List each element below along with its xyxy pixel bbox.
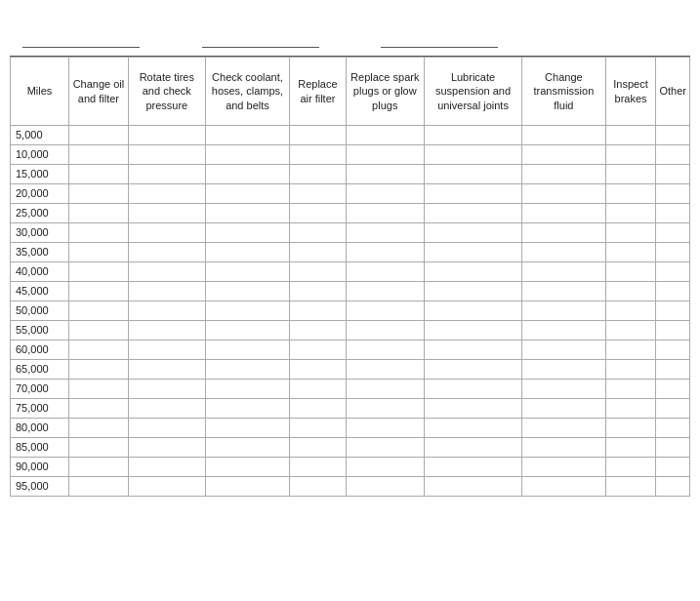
- data-cell-check_coolant[interactable]: [205, 438, 289, 458]
- data-cell-other[interactable]: [656, 262, 690, 282]
- data-cell-change_oil[interactable]: [69, 438, 129, 458]
- data-cell-lubricate[interactable]: [424, 262, 521, 282]
- data-cell-lubricate[interactable]: [424, 419, 521, 438]
- data-cell-other[interactable]: [656, 301, 690, 321]
- data-cell-change_oil[interactable]: [69, 399, 129, 419]
- data-cell-change_trans[interactable]: [522, 165, 606, 184]
- data-cell-replace_spark[interactable]: [346, 360, 424, 380]
- data-cell-inspect_brakes[interactable]: [605, 438, 656, 458]
- data-cell-replace_spark[interactable]: [346, 223, 424, 243]
- data-cell-replace_air[interactable]: [290, 165, 346, 184]
- data-cell-replace_spark[interactable]: [346, 243, 424, 262]
- data-cell-change_trans[interactable]: [522, 126, 606, 145]
- data-cell-replace_air[interactable]: [290, 438, 346, 458]
- data-cell-check_coolant[interactable]: [205, 145, 289, 165]
- data-cell-other[interactable]: [656, 243, 690, 262]
- data-cell-change_oil[interactable]: [69, 360, 129, 380]
- data-cell-replace_air[interactable]: [290, 126, 346, 145]
- data-cell-rotate_tires[interactable]: [128, 243, 205, 262]
- data-cell-inspect_brakes[interactable]: [605, 458, 656, 477]
- data-cell-change_trans[interactable]: [522, 184, 606, 204]
- data-cell-replace_spark[interactable]: [346, 184, 424, 204]
- data-cell-replace_spark[interactable]: [346, 438, 424, 458]
- data-cell-replace_spark[interactable]: [346, 341, 424, 360]
- data-cell-replace_air[interactable]: [290, 380, 346, 399]
- data-cell-replace_air[interactable]: [290, 419, 346, 438]
- data-cell-replace_spark[interactable]: [346, 301, 424, 321]
- data-cell-lubricate[interactable]: [424, 126, 521, 145]
- data-cell-check_coolant[interactable]: [205, 165, 289, 184]
- data-cell-inspect_brakes[interactable]: [605, 184, 656, 204]
- data-cell-lubricate[interactable]: [424, 223, 521, 243]
- data-cell-other[interactable]: [656, 145, 690, 165]
- data-cell-other[interactable]: [656, 184, 690, 204]
- data-cell-inspect_brakes[interactable]: [605, 243, 656, 262]
- data-cell-inspect_brakes[interactable]: [605, 341, 656, 360]
- data-cell-lubricate[interactable]: [424, 301, 521, 321]
- data-cell-change_oil[interactable]: [69, 419, 129, 438]
- data-cell-rotate_tires[interactable]: [128, 184, 205, 204]
- data-cell-other[interactable]: [656, 204, 690, 223]
- data-cell-other[interactable]: [656, 223, 690, 243]
- data-cell-rotate_tires[interactable]: [128, 438, 205, 458]
- data-cell-check_coolant[interactable]: [205, 243, 289, 262]
- data-cell-lubricate[interactable]: [424, 282, 521, 301]
- data-cell-replace_air[interactable]: [290, 243, 346, 262]
- data-cell-change_trans[interactable]: [522, 399, 606, 419]
- data-cell-check_coolant[interactable]: [205, 321, 289, 341]
- data-cell-change_trans[interactable]: [522, 204, 606, 223]
- data-cell-lubricate[interactable]: [424, 341, 521, 360]
- data-cell-change_trans[interactable]: [522, 282, 606, 301]
- data-cell-replace_air[interactable]: [290, 262, 346, 282]
- data-cell-replace_air[interactable]: [290, 282, 346, 301]
- data-cell-change_oil[interactable]: [69, 243, 129, 262]
- data-cell-change_oil[interactable]: [69, 341, 129, 360]
- data-cell-check_coolant[interactable]: [205, 341, 289, 360]
- data-cell-rotate_tires[interactable]: [128, 419, 205, 438]
- data-cell-rotate_tires[interactable]: [128, 126, 205, 145]
- data-cell-rotate_tires[interactable]: [128, 399, 205, 419]
- data-cell-check_coolant[interactable]: [205, 399, 289, 419]
- data-cell-check_coolant[interactable]: [205, 458, 289, 477]
- data-cell-inspect_brakes[interactable]: [605, 360, 656, 380]
- data-cell-lubricate[interactable]: [424, 204, 521, 223]
- data-cell-check_coolant[interactable]: [205, 380, 289, 399]
- data-cell-check_coolant[interactable]: [205, 419, 289, 438]
- data-cell-change_oil[interactable]: [69, 262, 129, 282]
- data-cell-change_oil[interactable]: [69, 477, 129, 497]
- data-cell-lubricate[interactable]: [424, 145, 521, 165]
- data-cell-replace_air[interactable]: [290, 184, 346, 204]
- data-cell-change_oil[interactable]: [69, 380, 129, 399]
- data-cell-other[interactable]: [656, 360, 690, 380]
- data-cell-replace_spark[interactable]: [346, 204, 424, 223]
- data-cell-replace_air[interactable]: [290, 458, 346, 477]
- data-cell-replace_spark[interactable]: [346, 321, 424, 341]
- data-cell-other[interactable]: [656, 341, 690, 360]
- data-cell-replace_air[interactable]: [290, 223, 346, 243]
- data-cell-check_coolant[interactable]: [205, 262, 289, 282]
- data-cell-inspect_brakes[interactable]: [605, 204, 656, 223]
- data-cell-replace_air[interactable]: [290, 301, 346, 321]
- data-cell-inspect_brakes[interactable]: [605, 165, 656, 184]
- data-cell-inspect_brakes[interactable]: [605, 145, 656, 165]
- data-cell-rotate_tires[interactable]: [128, 262, 205, 282]
- data-cell-rotate_tires[interactable]: [128, 282, 205, 301]
- data-cell-replace_spark[interactable]: [346, 477, 424, 497]
- data-cell-change_oil[interactable]: [69, 126, 129, 145]
- data-cell-change_trans[interactable]: [522, 419, 606, 438]
- data-cell-check_coolant[interactable]: [205, 126, 289, 145]
- data-cell-rotate_tires[interactable]: [128, 341, 205, 360]
- data-cell-check_coolant[interactable]: [205, 184, 289, 204]
- data-cell-change_trans[interactable]: [522, 262, 606, 282]
- data-cell-change_trans[interactable]: [522, 360, 606, 380]
- data-cell-other[interactable]: [656, 380, 690, 399]
- data-cell-rotate_tires[interactable]: [128, 360, 205, 380]
- data-cell-change_trans[interactable]: [522, 321, 606, 341]
- data-cell-other[interactable]: [656, 165, 690, 184]
- data-cell-change_trans[interactable]: [522, 145, 606, 165]
- data-cell-replace_air[interactable]: [290, 321, 346, 341]
- data-cell-lubricate[interactable]: [424, 184, 521, 204]
- data-cell-replace_spark[interactable]: [346, 380, 424, 399]
- data-cell-change_trans[interactable]: [522, 477, 606, 497]
- data-cell-inspect_brakes[interactable]: [605, 262, 656, 282]
